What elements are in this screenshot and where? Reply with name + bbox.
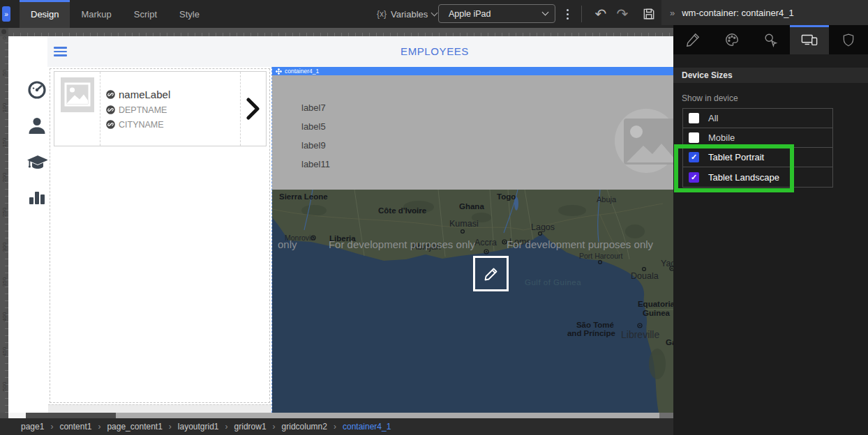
dept-label-row[interactable]: DEPTNAME: [106, 105, 240, 115]
breadcrumb-item-page1[interactable]: page1: [21, 422, 44, 432]
panel-collapse-icon[interactable]: »: [670, 8, 675, 18]
device-label: All: [708, 113, 718, 123]
picture-icon: [615, 101, 674, 178]
map-label: Accra: [474, 238, 497, 247]
redo-button[interactable]: ↷: [613, 4, 632, 24]
breadcrumb-item-page_content1[interactable]: page_content1: [107, 422, 162, 432]
breadcrumb-item-content1[interactable]: content1: [59, 422, 91, 432]
search-cursor-icon: [763, 32, 778, 47]
map-label: Togo: [497, 192, 516, 201]
container-label[interactable]: label5: [301, 121, 326, 132]
sidebar-item-dashboard[interactable]: [27, 79, 47, 100]
breadcrumb-item-container4_1[interactable]: container4_1: [343, 422, 391, 432]
tab-devices[interactable]: [790, 25, 829, 54]
ruler-number: 500: [1, 380, 8, 394]
ruler-number: 300: [1, 241, 8, 254]
toolbar-tab-script[interactable]: Script: [123, 0, 168, 28]
large-image-placeholder: [615, 101, 674, 178]
move-icon: [276, 68, 282, 75]
widget-sidebar: [8, 36, 47, 418]
scrollbar-thumb[interactable]: [26, 413, 116, 418]
toolbar-divider: [581, 6, 582, 22]
toolbar-tab-design[interactable]: Design: [20, 0, 70, 28]
image-placeholder: [61, 77, 94, 112]
tab-styles[interactable]: [673, 25, 712, 54]
tab-security[interactable]: [829, 25, 868, 54]
map-edit-button[interactable]: [473, 256, 509, 291]
breadcrumb-separator: ›: [273, 422, 276, 432]
map-label: Yaou: [661, 259, 674, 268]
map-canvas: Sierra LeoneTogoAbujaGhanaCôte d'IvoireK…: [272, 190, 674, 413]
inspector-panel: Device Sizes Show in device AllMobileTab…: [673, 25, 868, 435]
page-header: EMPLOYEES: [47, 36, 673, 67]
tab-theme[interactable]: [712, 25, 751, 54]
bind-icon: [106, 105, 115, 114]
container-body[interactable]: label7label5label9label11: [272, 75, 674, 190]
map-label: Côte d'Ivoire: [378, 206, 426, 215]
breadcrumb-separator: ›: [50, 422, 53, 432]
map-label: For development purposes only: [329, 238, 476, 250]
list-arrow-cell[interactable]: [241, 72, 266, 146]
inspector-titlebar: » wm-container: container4_1: [661, 0, 868, 25]
ruler-number: 400: [1, 310, 8, 324]
breadcrumb-item-gridrow1[interactable]: gridrow1: [234, 422, 267, 432]
graduation-cap-icon: [27, 151, 49, 172]
device-preview-select[interactable]: Apple iPad: [438, 4, 555, 23]
map-label: only: [278, 238, 297, 250]
dept-label: DEPTNAME: [119, 105, 167, 115]
container-label[interactable]: label9: [301, 140, 326, 151]
shield-icon: [841, 32, 855, 47]
save-button[interactable]: [639, 4, 659, 24]
double-chevron-left-icon: »: [4, 10, 8, 18]
name-label-row[interactable]: nameLabel: [106, 89, 240, 100]
toolbar-tab-style[interactable]: Style: [168, 0, 211, 28]
highlight-annotation: [674, 144, 794, 192]
hamburger-menu-button[interactable]: [54, 47, 67, 56]
page-title: EMPLOYEES: [347, 45, 522, 57]
devices-icon: [801, 32, 818, 47]
breadcrumb-separator: ›: [169, 422, 172, 432]
ruler-number: 200: [1, 171, 8, 185]
map-label: Ghana: [459, 202, 484, 211]
chevron-down-icon: [431, 9, 438, 16]
ruler-number: 150: [1, 136, 8, 150]
map-label: Port Harcourt: [579, 252, 623, 260]
ruler-number: 250: [1, 206, 8, 220]
selection-label-bar[interactable]: container4_1: [272, 67, 674, 75]
toolbar-tab-markup[interactable]: Markup: [70, 0, 122, 28]
map-marker-dot: [486, 251, 487, 252]
ruler-number: 350: [1, 275, 8, 289]
checkbox[interactable]: [689, 132, 699, 143]
google-map-widget[interactable]: Sierra LeoneTogoAbujaGhanaCôte d'IvoireK…: [272, 190, 674, 413]
inspector-title: wm-container: container4_1: [682, 8, 793, 18]
checkbox[interactable]: [689, 113, 699, 123]
selected-container[interactable]: container4_1 label7label5label9label11: [271, 67, 673, 413]
breadcrumb: page1›content1›page_content1›layoutgrid1…: [0, 418, 673, 435]
device-row-all[interactable]: All: [683, 109, 832, 128]
breadcrumb-separator: ›: [334, 422, 336, 432]
more-options-button[interactable]: [564, 6, 571, 22]
city-label-row[interactable]: CITYNAME: [106, 120, 240, 130]
collapse-left-button[interactable]: »: [2, 6, 10, 22]
list-item-template[interactable]: nameLabel DEPTNAME CITYNAME: [54, 71, 267, 146]
picture-icon: [61, 77, 94, 112]
horizontal-scrollbar[interactable]: [0, 413, 673, 418]
map-label: and Príncipe: [567, 329, 615, 337]
list-image-cell[interactable]: [54, 72, 100, 146]
sidebar-item-education[interactable]: [27, 151, 47, 172]
variables-menu[interactable]: {x} Variables: [377, 0, 437, 28]
tab-inspect[interactable]: [751, 25, 791, 54]
undo-button[interactable]: ↶: [591, 4, 611, 24]
sidebar-item-charts[interactable]: [27, 186, 47, 207]
page-bottom-margin: [48, 404, 271, 413]
container-label[interactable]: label11: [301, 159, 330, 169]
breadcrumb-item-layoutgrid1[interactable]: layoutgrid1: [178, 422, 219, 432]
bind-icon: [106, 120, 115, 129]
name-label: nameLabel: [119, 89, 170, 100]
variables-label: Variables: [391, 9, 428, 20]
container-label[interactable]: label7: [301, 102, 326, 113]
sidebar-item-users[interactable]: [27, 115, 47, 136]
bind-icon: [106, 90, 115, 99]
breadcrumb-item-gridcolumn2[interactable]: gridcolumn2: [282, 422, 327, 432]
gauge-icon: [27, 79, 47, 100]
